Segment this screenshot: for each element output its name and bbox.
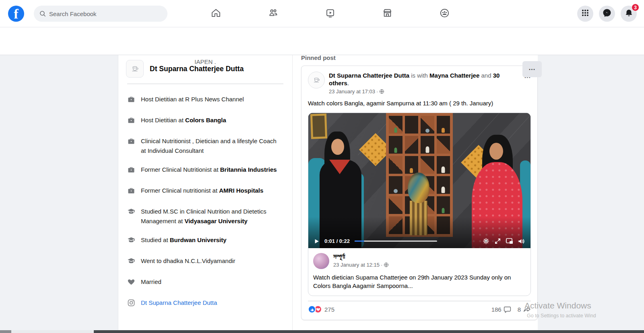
intro-text: Former Clinical nutritionist at xyxy=(141,187,219,194)
shelf-cell xyxy=(437,136,450,154)
shelf-cell xyxy=(389,156,402,174)
scrollbar-thumb[interactable] xyxy=(94,330,644,333)
settings-gear-icon[interactable] xyxy=(483,238,489,245)
figurine xyxy=(425,129,429,133)
feed-column: Pinned post Dt Suparna Chatterjee Dutta … xyxy=(293,55,538,333)
ellipsis-icon: ... xyxy=(529,64,535,72)
intro-entity-link[interactable]: Colors Bangla xyxy=(185,117,226,123)
search-bar[interactable] xyxy=(34,6,167,22)
tab-groups[interactable] xyxy=(416,0,473,27)
intro-entity-link[interactable]: Britannia Industries xyxy=(220,166,277,173)
org-name: IAPEN . xyxy=(118,55,292,65)
intro-item-education: Studied at Burdwan University xyxy=(127,235,283,247)
play-icon[interactable] xyxy=(314,238,320,245)
globe-icon xyxy=(384,262,389,267)
intro-item-work: Host Dietitian at R Plus News Channel xyxy=(127,95,283,106)
intro-item-instagram: Dt Suparna Chatterjee Dutta xyxy=(127,298,283,310)
intro-entity-link[interactable]: Vidyasagar University xyxy=(184,218,247,224)
pinned-post-card: Dt Suparna Chatterjee Dutta is with Mayn… xyxy=(301,66,538,320)
shared-page-name[interactable]: সম্পূর্ণা xyxy=(333,253,389,260)
intro-entity-link[interactable]: Burdwan University xyxy=(170,236,227,243)
intro-sidebar: IAPEN . Host Dietitian at R Plus News Ch… xyxy=(118,55,293,333)
intro-entity-link[interactable]: AMRI Hospitals xyxy=(219,187,263,194)
tab-friends[interactable] xyxy=(244,0,301,27)
like-reaction-icon[interactable] xyxy=(308,305,316,313)
shared-attachment: 0:01 / 0:22 সম্পূর্ণা 23 January at 1 xyxy=(308,113,531,296)
shared-post-text: Watch dietician Supama Chatterjee on 29t… xyxy=(308,270,530,296)
messenger-button[interactable] xyxy=(599,6,615,22)
instagram-profile-link[interactable]: Dt Suparna Chatterjee Dutta xyxy=(141,298,217,310)
timestamp-text: 23 January at 12:15 xyxy=(333,262,380,268)
shelf-cell xyxy=(405,116,419,134)
decorative-pot xyxy=(408,173,429,203)
post-byline: Dt Suparna Chatterjee Dutta is with Mayn… xyxy=(329,72,511,87)
graduation-cap-icon xyxy=(127,236,135,247)
share-count[interactable]: 8 xyxy=(518,306,521,313)
post-timestamp[interactable]: 23 January at 17:03· xyxy=(329,88,511,95)
briefcase-icon xyxy=(127,137,135,156)
wall-picture-frame xyxy=(310,113,327,139)
notification-badge[interactable]: 3 xyxy=(632,4,639,11)
video-controls: 0:01 / 0:22 xyxy=(314,238,525,245)
apps-grid-icon xyxy=(581,8,590,19)
intro-text: Host Dietitian at R Plus News Channel xyxy=(141,96,244,103)
search-icon xyxy=(39,10,46,17)
facebook-logo[interactable]: f xyxy=(8,6,24,22)
figurine xyxy=(425,146,429,153)
shelf-cell xyxy=(389,136,402,154)
intro-text: Former Clinical Nutritionist at xyxy=(141,166,220,173)
tab-marketplace[interactable] xyxy=(359,0,416,27)
intro-item-work: Former Clinical nutritionist at AMRI Hos… xyxy=(127,186,283,197)
graduation-cap-icon xyxy=(127,208,135,226)
shelf-cell xyxy=(437,176,450,194)
share-arrow-icon[interactable] xyxy=(523,306,531,313)
notifications-button[interactable]: 3 xyxy=(621,6,637,22)
video-player[interactable]: 0:01 / 0:22 xyxy=(308,113,530,248)
comment-bubble-icon[interactable] xyxy=(504,306,511,313)
reaction-summary: 275 xyxy=(308,305,334,313)
fullscreen-icon[interactable] xyxy=(494,238,501,245)
bell-icon xyxy=(624,8,634,19)
header-more-button[interactable]: ... xyxy=(522,61,542,77)
reaction-icons xyxy=(308,305,322,313)
intro-text: Went to dhadka N.C.L.Vidyamandir xyxy=(141,257,235,264)
figurine xyxy=(442,128,445,133)
picture-in-picture-icon[interactable] xyxy=(506,238,513,244)
volume-icon[interactable] xyxy=(518,238,525,245)
reaction-count[interactable]: 275 xyxy=(324,306,334,313)
search-input[interactable] xyxy=(49,10,162,17)
shelf-cell xyxy=(437,116,450,134)
post-author-name[interactable]: Dt Suparna Chatterjee Dutta xyxy=(329,72,409,79)
host-left-face xyxy=(331,139,344,155)
profile-avatar[interactable] xyxy=(126,60,144,78)
dot-separator: · xyxy=(381,262,382,268)
reactions-bar: 275 186 8 xyxy=(301,301,537,320)
briefcase-icon xyxy=(127,116,135,127)
figurine xyxy=(442,166,445,173)
tab-watch[interactable] xyxy=(301,0,359,27)
byline-period: . xyxy=(347,80,349,86)
briefcase-icon xyxy=(127,187,135,197)
tagged-person-link[interactable]: Mayna Chatterjee xyxy=(429,72,479,79)
figurine xyxy=(442,208,445,213)
intro-list: Host Dietitian at R Plus News Channel Ho… xyxy=(118,84,292,310)
intro-item-work: Host Dietitian at Colors Bangla xyxy=(127,115,283,127)
figurine xyxy=(442,187,445,193)
tab-home[interactable] xyxy=(187,0,244,27)
shelf-cell xyxy=(405,136,419,154)
video-progress-bar[interactable] xyxy=(355,240,437,242)
instagram-icon xyxy=(127,299,135,310)
post-header: Dt Suparna Chatterjee Dutta is with Mayn… xyxy=(301,66,537,96)
comment-count[interactable]: 186 xyxy=(491,306,502,313)
briefcase-icon xyxy=(127,166,135,177)
top-navigation-bar: f xyxy=(0,0,644,27)
post-author-avatar[interactable] xyxy=(308,72,325,88)
shelf-cell xyxy=(421,136,434,154)
page-title: Dt Suparna Chatterjee Dutta xyxy=(150,65,244,73)
horizontal-scrollbar[interactable] xyxy=(0,330,644,333)
post-header-text: Dt Suparna Chatterjee Dutta is with Mayn… xyxy=(329,72,511,95)
apps-menu-button[interactable] xyxy=(577,6,593,22)
watch-video-icon xyxy=(325,8,336,20)
shared-page-avatar[interactable] xyxy=(313,253,329,269)
shared-post-timestamp[interactable]: 23 January at 12:15· xyxy=(333,262,389,268)
